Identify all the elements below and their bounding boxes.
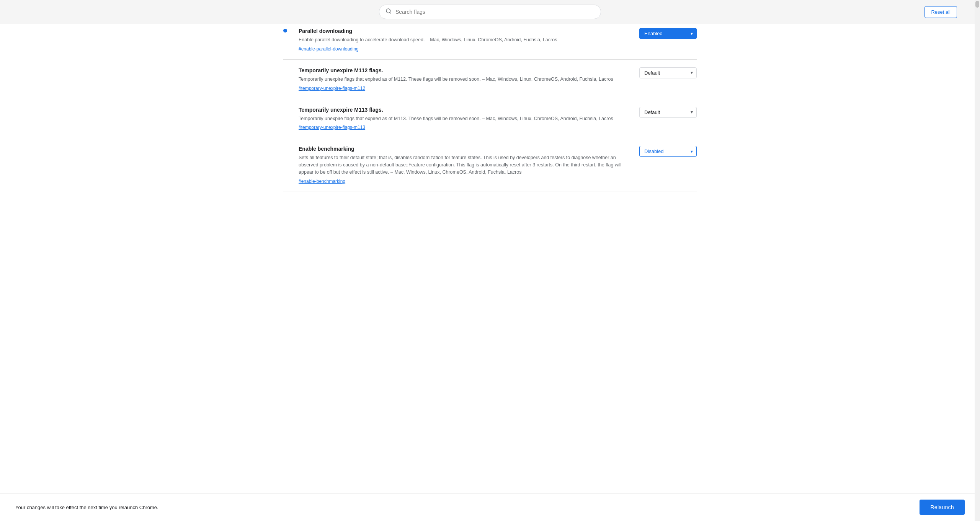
flag-dot xyxy=(283,29,287,33)
flag-item: Temporarily unexpire M113 flags. Tempora… xyxy=(283,99,697,138)
flag-description: Sets all features to their default state… xyxy=(299,154,628,176)
flag-item: Temporarily unexpire M112 flags. Tempora… xyxy=(283,60,697,99)
flag-control: Default Enabled Disabled xyxy=(635,107,697,118)
search-container xyxy=(379,5,601,19)
flag-dot-container xyxy=(283,67,291,72)
flag-description: Temporarily unexpire flags that expired … xyxy=(299,76,628,83)
top-bar: Reset all xyxy=(0,0,980,24)
flag-info: Parallel downloading Enable parallel dow… xyxy=(299,28,628,52)
flag-control: Default Enabled Disabled xyxy=(635,28,697,39)
flag-dot-container xyxy=(283,107,291,111)
flags-list: Parallel downloading Enable parallel dow… xyxy=(260,24,720,192)
flag-link[interactable]: #temporary-unexpire-flags-m113 xyxy=(299,125,365,130)
content-area: Parallel downloading Enable parallel dow… xyxy=(0,24,980,493)
flag-link[interactable]: #enable-parallel-downloading xyxy=(299,46,359,52)
flag-description: Temporarily unexpire flags that expired … xyxy=(299,115,628,122)
flag-info: Temporarily unexpire M113 flags. Tempora… xyxy=(299,107,628,130)
flag-link[interactable]: #enable-benchmarking xyxy=(299,179,345,184)
flag-title: Enable benchmarking xyxy=(299,146,628,152)
flag-dot-container xyxy=(283,28,291,33)
flag-link[interactable]: #temporary-unexpire-flags-m112 xyxy=(299,86,365,91)
flag-title: Parallel downloading xyxy=(299,28,628,34)
flag-item: Enable benchmarking Sets all features to… xyxy=(283,138,697,192)
flag-title-text: Parallel downloading xyxy=(299,28,352,34)
scrollbar-thumb[interactable] xyxy=(975,1,979,8)
flag-dropdown[interactable]: Default Enabled Disabled xyxy=(639,28,697,39)
flag-item: Parallel downloading Enable parallel dow… xyxy=(283,24,697,60)
dropdown-wrapper: Default Enabled Disabled xyxy=(639,146,697,157)
dropdown-wrapper: Default Enabled Disabled xyxy=(639,107,697,118)
search-input[interactable] xyxy=(395,9,595,15)
flag-info: Enable benchmarking Sets all features to… xyxy=(299,146,628,184)
flag-title: Temporarily unexpire M113 flags. xyxy=(299,107,628,113)
search-icon xyxy=(385,8,392,16)
flag-control: Default Enabled Disabled xyxy=(635,146,697,157)
flag-control: Default Enabled Disabled xyxy=(635,67,697,78)
flag-dropdown[interactable]: Default Enabled Disabled xyxy=(639,107,697,118)
svg-line-1 xyxy=(390,12,391,13)
relaunch-button[interactable]: Relaunch xyxy=(920,500,965,515)
flag-dropdown[interactable]: Default Enabled Disabled xyxy=(639,67,697,78)
reset-all-button[interactable]: Reset all xyxy=(924,6,957,18)
bottom-message: Your changes will take effect the next t… xyxy=(15,505,158,510)
flag-description: Enable parallel downloading to accelerat… xyxy=(299,36,628,44)
dropdown-wrapper: Default Enabled Disabled xyxy=(639,67,697,78)
bottom-bar: Your changes will take effect the next t… xyxy=(0,493,980,521)
flag-dropdown[interactable]: Default Enabled Disabled xyxy=(639,146,697,157)
scrollbar[interactable] xyxy=(975,0,980,521)
dropdown-wrapper: Default Enabled Disabled xyxy=(639,28,697,39)
flag-info: Temporarily unexpire M112 flags. Tempora… xyxy=(299,67,628,91)
flag-dot-container xyxy=(283,146,291,150)
flag-title: Temporarily unexpire M112 flags. xyxy=(299,67,628,73)
